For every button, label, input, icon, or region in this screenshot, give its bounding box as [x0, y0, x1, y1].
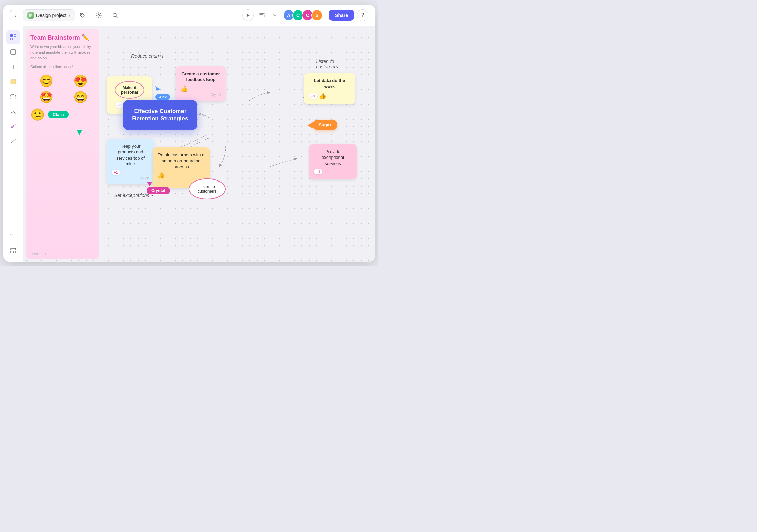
- keep-products-author: Suger: [112, 176, 149, 179]
- project-name: Design project: [36, 13, 67, 18]
- topbar-icons: [78, 10, 120, 20]
- alex-badge: Alex: [155, 94, 170, 100]
- listen-customers-top-label: Listen tocustomers: [316, 58, 338, 69]
- left-toolbar: T ···: [3, 26, 23, 262]
- teal-pointer: [78, 128, 83, 134]
- more-tool[interactable]: ···: [6, 228, 20, 241]
- retain-customers-title: Retain customers with a smooth on boardi…: [157, 152, 205, 170]
- avatar-group: A C C S: [283, 9, 323, 21]
- svg-rect-16: [14, 251, 16, 253]
- note-tool[interactable]: [6, 75, 20, 89]
- chevron-down-icon[interactable]: [270, 10, 279, 20]
- back-button[interactable]: ‹: [10, 10, 20, 20]
- project-icon: [27, 12, 34, 19]
- svg-rect-15: [11, 251, 13, 253]
- svg-rect-7: [10, 38, 13, 40]
- svg-marker-4: [247, 14, 250, 17]
- retain-customers-thumb: 👍: [157, 172, 205, 179]
- let-data-card[interactable]: Let data do the work +1 👍: [304, 73, 355, 104]
- canvas-area[interactable]: Team Brainstorm ✏️ Write down your ideas…: [23, 26, 375, 262]
- svg-rect-14: [11, 248, 16, 250]
- svg-rect-10: [11, 79, 16, 84]
- crystal-cursor: Crystal: [147, 180, 170, 194]
- create-feedback-title: Create a customer feedback loop: [180, 71, 221, 83]
- center-card[interactable]: Effective Customer Retention Strategies: [123, 100, 197, 130]
- emoji-big-smile: 😄: [65, 90, 97, 104]
- crystal-badge: Crystal: [147, 187, 170, 194]
- listen-customers-bubble: Listen to customers: [189, 178, 226, 199]
- text-tool[interactable]: T: [6, 60, 20, 74]
- main-area: T ···: [3, 26, 375, 262]
- emoji-happy: 😊: [30, 74, 62, 88]
- sugar-badge: Sugar: [313, 120, 337, 130]
- provide-services-reactions: +1: [314, 169, 352, 174]
- make-personal-oval: Make it personal: [115, 81, 144, 99]
- svg-point-1: [81, 14, 82, 15]
- connector-tool[interactable]: [6, 135, 20, 148]
- brand-label: Boardmix: [30, 251, 46, 256]
- panel-title: Team Brainstorm ✏️: [30, 34, 96, 41]
- emoji-confused: 😕: [30, 108, 45, 121]
- sugar-area: Sugar: [313, 120, 337, 130]
- svg-rect-5: [10, 34, 13, 37]
- svg-rect-9: [11, 50, 16, 54]
- alex-cursor: Alex: [155, 86, 170, 100]
- provide-services-card[interactable]: Provide exceptional services +1: [309, 144, 357, 179]
- svg-point-3: [113, 13, 116, 17]
- create-feedback-author: Crystal: [180, 93, 221, 97]
- side-panel: Team Brainstorm ✏️ Write down your ideas…: [30, 34, 96, 121]
- clara-badge: Clara: [48, 111, 69, 118]
- keep-products-reactions: +1: [112, 170, 149, 175]
- settings-icon[interactable]: [94, 10, 103, 20]
- tag-icon[interactable]: [78, 10, 87, 20]
- reduce-churn-label: Reduce churn !: [131, 53, 163, 59]
- emoji-grid: 😊 😍 🤩 😄: [30, 74, 96, 104]
- help-button[interactable]: ?: [357, 9, 368, 21]
- emoji-love: 😍: [65, 74, 97, 88]
- line-tool[interactable]: [6, 105, 20, 118]
- topbar-actions: Share ?: [329, 9, 368, 21]
- topbar: ‹ Design project ▾: [3, 5, 375, 26]
- shape-tool[interactable]: [6, 90, 20, 103]
- emoji-clara-row: 😕 Clara: [30, 108, 96, 121]
- svg-rect-6: [14, 34, 16, 37]
- chevron-icon: ▾: [69, 13, 71, 18]
- share-button[interactable]: Share: [329, 10, 354, 21]
- present-icon[interactable]: [257, 10, 267, 20]
- topbar-left: ‹ Design project ▾: [10, 9, 239, 21]
- center-title: Effective Customer Retention Strategies: [132, 108, 188, 122]
- svg-rect-8: [14, 38, 16, 40]
- frame-tool[interactable]: [6, 30, 20, 44]
- svg-rect-13: [11, 94, 16, 99]
- avatar-s[interactable]: S: [311, 9, 323, 21]
- keep-products-card[interactable]: Keep your products and services top of m…: [107, 139, 154, 184]
- play-icon[interactable]: [242, 9, 254, 21]
- project-breadcrumb[interactable]: Design project ▾: [23, 9, 75, 21]
- create-feedback-card[interactable]: Create a customer feedback loop 👍 Crysta…: [176, 66, 226, 101]
- svg-point-2: [98, 15, 99, 16]
- template-tool[interactable]: [6, 244, 20, 258]
- panel-collect: Collect all excellent ideas!: [30, 65, 96, 69]
- rect-tool[interactable]: [6, 45, 20, 59]
- pen-tool[interactable]: [6, 120, 20, 133]
- create-feedback-thumb: 👍: [180, 85, 221, 92]
- topbar-right: A C C S Share ?: [242, 9, 368, 21]
- provide-services-title: Provide exceptional services: [314, 149, 352, 167]
- keep-products-title: Keep your products and services top of m…: [112, 143, 149, 167]
- let-data-reactions: +1 👍: [309, 92, 350, 100]
- pink-pointer-icon: [146, 179, 152, 186]
- emoji-star: 🤩: [30, 90, 62, 104]
- app-window: ‹ Design project ▾: [3, 5, 375, 262]
- orange-pointer-icon: [307, 122, 313, 128]
- search-icon[interactable]: [110, 10, 120, 20]
- let-data-title: Let data do the work: [309, 78, 350, 90]
- panel-description: Write down your ideas on your sticky not…: [30, 44, 96, 61]
